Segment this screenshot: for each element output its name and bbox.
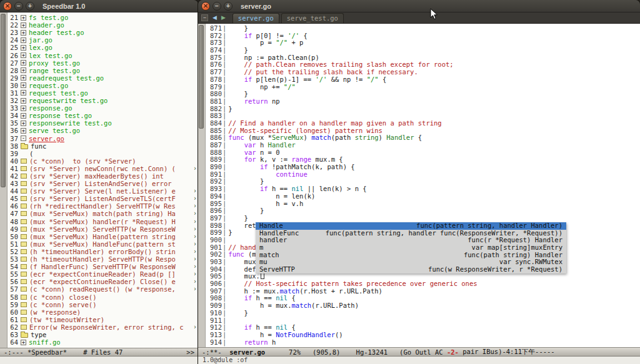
maximize-button[interactable]: + bbox=[224, 2, 232, 11]
speedbar-item-label[interactable]: (rh *redirectHandler) ServeHTTP(w Res bbox=[29, 202, 176, 210]
expand-toggle-icon[interactable]: + bbox=[21, 60, 26, 66]
tag-icon[interactable] bbox=[21, 189, 27, 194]
speedbar-row[interactable]: 39( bbox=[8, 150, 198, 157]
speedbar-item-label[interactable]: response_test.go bbox=[29, 112, 92, 119]
speedbar-item-label[interactable]: func bbox=[31, 142, 46, 150]
tag-icon[interactable] bbox=[21, 227, 27, 232]
expand-toggle-icon[interactable]: - bbox=[21, 135, 26, 141]
speedbar-item-label[interactable]: fs_test.go bbox=[29, 14, 68, 21]
forward-icon[interactable]: ▶ bbox=[221, 15, 226, 21]
speedbar-item-label[interactable]: lex_test.go bbox=[29, 52, 72, 59]
speedbar-row[interactable]: 46(rh *redirectHandler) ServeHTTP(w Res› bbox=[8, 202, 198, 210]
speedbar-row[interactable]: 37-server.go bbox=[8, 135, 198, 142]
speedbar-item-label[interactable]: server.go bbox=[29, 135, 64, 142]
tag-icon[interactable] bbox=[21, 166, 27, 171]
tag-icon[interactable] bbox=[21, 219, 27, 224]
speedbar-item-label[interactable]: (c *conn) to (srv *Server) bbox=[29, 157, 136, 165]
speedbar-row[interactable]: 24+jar.go bbox=[8, 36, 198, 44]
speedbar-item-label[interactable]: Error(w ResponseWriter, error string, c bbox=[29, 323, 184, 331]
speedbar-item-label[interactable]: (mux *ServeMux) match(path string) Ha bbox=[29, 210, 176, 217]
minimize-button[interactable]: − bbox=[14, 2, 23, 11]
speedbar-row[interactable]: 63type bbox=[8, 331, 198, 338]
speedbar-item-label[interactable]: ( bbox=[29, 150, 33, 157]
speedbar-item-label[interactable]: jar.go bbox=[29, 36, 52, 44]
speedbar-titlebar[interactable]: ✕ − + Speedbar 1.0 bbox=[0, 0, 198, 12]
speedbar-row[interactable]: 64+sniff.go bbox=[8, 338, 198, 346]
speedbar-item-label[interactable]: (f HandlerFunc) ServeHTTP(w ResponseW bbox=[29, 263, 176, 270]
speedbar-row[interactable]: 50(mux *ServeMux) Handle(pattern string› bbox=[8, 233, 198, 240]
speedbar-item-label[interactable]: (ecr *expectContinueReader) Read(p [] bbox=[29, 270, 176, 278]
close-button[interactable]: ✕ bbox=[201, 2, 210, 11]
speedbar-item-label[interactable]: (ecr *expectContinueReader) Close() e bbox=[29, 278, 176, 285]
tag-icon[interactable] bbox=[21, 287, 27, 292]
speedbar-row[interactable]: 25+lex.go bbox=[8, 44, 198, 51]
expand-toggle-icon[interactable]: + bbox=[21, 113, 26, 119]
tag-icon[interactable] bbox=[21, 242, 27, 247]
code-buffer[interactable]: 871| }872| if p[0] != '/' {873| p = "/" … bbox=[206, 24, 640, 347]
speedbar-row[interactable]: 40(c *conn) to (srv *Server) bbox=[8, 157, 198, 165]
speedbar-item-label[interactable]: (c *conn) serve() bbox=[29, 301, 96, 308]
tag-icon[interactable] bbox=[21, 302, 27, 307]
speedbar-row[interactable]: 59(c *conn) serve() bbox=[8, 301, 198, 308]
speedbar-item-label[interactable]: sniff.go bbox=[29, 338, 61, 346]
expand-toggle-icon[interactable]: + bbox=[21, 45, 26, 51]
speedbar-row[interactable]: 23+header_test.go bbox=[8, 29, 198, 36]
speedbar-item-label[interactable]: (c *conn) readRequest() (w *response, bbox=[29, 285, 176, 293]
expand-toggle-icon[interactable]: + bbox=[21, 340, 26, 345]
buffer-list-icon[interactable]: − bbox=[201, 14, 208, 21]
tag-icon[interactable] bbox=[21, 159, 27, 164]
scrollbar-thumb[interactable] bbox=[199, 25, 204, 129]
speedbar-item-label[interactable]: (mux *ServeMux) HandleFunc(pattern st bbox=[29, 240, 176, 248]
expand-toggle-icon[interactable]: + bbox=[21, 22, 26, 28]
speedbar-item-label[interactable]: (mux *ServeMux) ServeHTTP(w ResponseW bbox=[29, 225, 176, 233]
speedbar-row[interactable]: 29+readrequest_test.go bbox=[8, 74, 198, 82]
editor-scrollbar[interactable] bbox=[198, 24, 206, 347]
expand-toggle-icon[interactable]: + bbox=[21, 15, 26, 21]
editor-titlebar[interactable]: ✕ − + server.go bbox=[198, 0, 640, 12]
speedbar-row[interactable]: 34+response_test.go bbox=[8, 112, 198, 119]
speedbar-item-label[interactable]: readrequest_test.go bbox=[29, 74, 104, 82]
speedbar-item-label[interactable]: request.go bbox=[29, 82, 68, 89]
speedbar-item-label[interactable]: (srv *Server) newConn(rwc net.Conn) ( bbox=[29, 165, 176, 172]
speedbar-item-label[interactable]: (mux *ServeMux) Handle(pattern string bbox=[29, 233, 176, 240]
speedbar-row[interactable]: 41(srv *Server) newConn(rwc net.Conn) (› bbox=[8, 165, 198, 172]
scrollbar-thumb[interactable] bbox=[1, 14, 6, 187]
completion-item[interactable]: ServeHTTPfunc(w ResponseWriter, r *Reque… bbox=[256, 266, 566, 273]
tag-icon[interactable] bbox=[21, 204, 27, 209]
speedbar-item-label[interactable]: (c *conn) close() bbox=[29, 293, 96, 301]
tag-icon[interactable] bbox=[21, 264, 27, 269]
speedbar-row[interactable]: 22+header.go bbox=[8, 21, 198, 29]
speedbar-item-label[interactable]: (h *timeoutHandler) ServeHTTP(w Respo bbox=[29, 255, 176, 263]
speedbar-row[interactable]: 53(h *timeoutHandler) ServeHTTP(w Respo› bbox=[8, 255, 198, 263]
speedbar-row[interactable]: 54(f HandlerFunc) ServeHTTP(w ResponseW› bbox=[8, 263, 198, 270]
speedbar-row[interactable]: 36+serve_test.go bbox=[8, 127, 198, 134]
speedbar-item-label[interactable]: (srv *Server) Serve(l net.Listener) e bbox=[29, 187, 176, 195]
speedbar-row[interactable]: 52(h *timeoutHandler) errorBody() strin› bbox=[8, 248, 198, 255]
speedbar-row[interactable]: 55(ecr *expectContinueReader) Read(p []› bbox=[8, 270, 198, 278]
speedbar-item-label[interactable]: response.go bbox=[29, 104, 72, 112]
speedbar-item-label[interactable]: proxy_test.go bbox=[29, 59, 80, 67]
speedbar-row[interactable]: 58(c *conn) close() bbox=[8, 293, 198, 300]
modeline-scroll-buttons[interactable]: >> bbox=[186, 348, 194, 356]
speedbar-row[interactable]: 61(tw *timeoutWriter) bbox=[8, 316, 198, 323]
tag-icon[interactable] bbox=[21, 272, 27, 277]
expand-toggle-icon[interactable]: + bbox=[21, 67, 26, 73]
speedbar-row[interactable]: 27+proxy_test.go bbox=[8, 59, 198, 67]
speedbar-row[interactable]: 43(srv *Server) ListenAndServe() error bbox=[8, 180, 198, 187]
speedbar-item-label[interactable]: type bbox=[31, 331, 46, 338]
speedbar-item-label[interactable]: (srv *Server) maxHeaderBytes() int bbox=[29, 172, 164, 180]
tag-icon[interactable] bbox=[21, 174, 27, 179]
expand-toggle-icon[interactable]: + bbox=[21, 98, 26, 104]
expand-toggle-icon[interactable]: + bbox=[21, 128, 26, 134]
speedbar-item-label[interactable]: (tw *timeoutWriter) bbox=[29, 316, 104, 323]
completion-item[interactable]: mvar map[string]muxEntry bbox=[256, 244, 566, 252]
folder-icon[interactable] bbox=[21, 144, 28, 149]
tag-icon[interactable] bbox=[21, 257, 27, 262]
tag-icon[interactable] bbox=[21, 279, 27, 284]
expand-toggle-icon[interactable]: + bbox=[21, 37, 26, 43]
speedbar-row[interactable]: 44(srv *Server) Serve(l net.Listener) e› bbox=[8, 187, 198, 195]
completion-item[interactable]: Handlefunc(pattern string, handler Handl… bbox=[256, 222, 566, 230]
speedbar-item-label[interactable]: (w *response) bbox=[29, 308, 81, 316]
speedbar-row[interactable]: 48(mux *ServeMux) handler(r *Request) H› bbox=[8, 218, 198, 225]
speedbar-row[interactable]: 21+fs_test.go bbox=[8, 14, 198, 21]
